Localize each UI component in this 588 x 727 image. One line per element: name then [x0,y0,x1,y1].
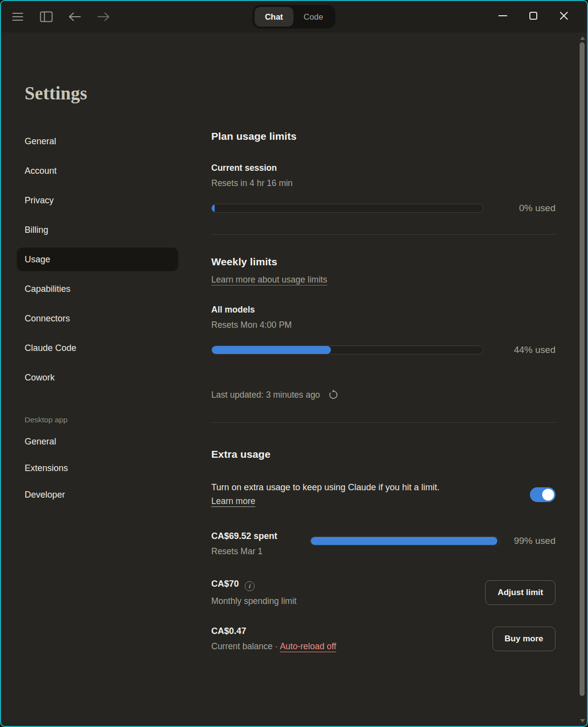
desktop-app-section-label: Desktop app [17,409,196,431]
extra-usage-toggle-row: Turn on extra usage to keep using Claude… [211,482,555,506]
sidebar-item-capabilities[interactable]: Capabilities [17,277,178,301]
sidebar-item-billing[interactable]: Billing [17,218,178,242]
sidebar-item-general[interactable]: General [17,129,178,153]
scrollbar[interactable] [579,33,586,725]
app-window: Chat Code Settings [0,0,588,727]
plan-usage-limits-heading: Plan usage limits [211,130,555,142]
balance-row: CA$0.47 Current balance · Auto-reload of… [211,626,555,652]
weekly-limits-heading: Weekly limits [211,256,555,268]
page-title: Settings [17,83,196,104]
sidebar-item-account[interactable]: Account [17,159,178,183]
close-icon [558,10,569,23]
all-models-label: All models [211,305,555,315]
auto-reload-link[interactable]: Auto-reload off [280,641,336,651]
extra-usage-description: Turn on extra usage to keep using Claude… [211,482,440,493]
buy-more-button[interactable]: Buy more [492,627,555,651]
sidebar-item-extensions[interactable]: Extensions [17,457,178,479]
usage-panel: Plan usage limits Current session Resets… [196,32,587,727]
monthly-limit-row: CA$70i Monthly spending limit Adjust lim… [211,579,555,606]
settings-nav: General Account Privacy Billing Usage Ca… [17,129,196,506]
all-models-progress-bar [211,346,484,354]
toggle-knob [542,489,554,501]
back-arrow-icon [68,12,82,21]
monthly-limit-label: Monthly spending limit [211,596,296,606]
sidebar-item-desktop-general[interactable]: General [17,431,178,452]
extra-usage-heading: Extra usage [211,448,555,460]
hamburger-icon [12,12,24,22]
tab-chat[interactable]: Chat [255,7,294,27]
extra-usage-toggle[interactable] [530,487,555,502]
spent-progress-fill [311,537,497,545]
forward-arrow-icon [97,12,110,21]
sidebar-item-connectors[interactable]: Connectors [17,307,178,330]
monthly-limit-amount: CA$70i [211,579,296,591]
close-button[interactable] [555,8,572,25]
balance-label-row: Current balance · Auto-reload off [211,641,336,652]
all-models-used-label: 44% used [514,345,555,355]
section-divider [211,422,555,423]
last-updated-row: Last updated: 3 minutes ago [211,390,555,402]
balance-amount: CA$0.47 [211,626,336,636]
spent-amount: CA$69.52 spent [211,531,310,541]
spent-row: CA$69.52 spent Resets Mar 1 99% used [211,531,555,557]
toggle-sidebar-button[interactable] [37,8,55,26]
current-session-progress-fill [212,204,215,212]
info-icon[interactable]: i [245,581,255,591]
tab-code[interactable]: Code [294,7,333,27]
current-session-progress-bar [211,204,484,213]
forward-button[interactable] [95,8,112,26]
minimize-button[interactable] [494,8,511,25]
sidebar-item-privacy[interactable]: Privacy [17,189,178,212]
maximize-icon [528,10,539,23]
all-models-progress-fill [212,346,331,354]
sidebar-item-developer[interactable]: Developer [17,484,178,506]
minimize-icon [497,10,508,23]
all-models-resets: Resets Mon 4:00 PM [211,320,555,330]
sidebar-item-cowork[interactable]: Cowork [17,366,178,389]
section-divider [211,234,555,235]
sidebar-item-usage[interactable]: Usage [17,248,178,271]
adjust-limit-button[interactable]: Adjust limit [485,580,555,605]
spent-progress-bar [310,537,500,545]
current-session-resets: Resets in 4 hr 16 min [211,178,555,189]
spent-resets: Resets Mar 1 [211,546,310,557]
current-session-usage-row: 0% used [211,203,555,214]
usage-limits-learn-more-link[interactable]: Learn more about usage limits [211,275,327,285]
refresh-icon[interactable] [328,392,338,402]
titlebar: Chat Code [1,1,587,32]
sidebar-panel-icon [40,11,53,22]
scroll-down-arrow[interactable] [579,717,586,724]
scrollbar-thumb[interactable] [580,42,585,696]
all-models-usage-row: 44% used [211,345,555,355]
extra-usage-learn-more-link[interactable]: Learn more [211,496,256,506]
current-session-label: Current session [211,163,555,173]
balance-separator: · [275,641,278,651]
scroll-up-arrow[interactable] [579,34,586,41]
current-session-used-label: 0% used [519,203,555,214]
maximize-button[interactable] [525,8,542,25]
settings-sidebar: Settings General Account Privacy Billing… [1,32,196,727]
hamburger-menu-button[interactable] [9,8,27,26]
back-button[interactable] [66,8,84,26]
balance-label: Current balance [211,641,273,651]
mode-switcher: Chat Code [253,5,335,29]
last-updated-text: Last updated: 3 minutes ago [211,390,320,400]
spent-used-label: 99% used [514,536,555,546]
sidebar-item-claude-code[interactable]: Claude Code [17,336,178,360]
